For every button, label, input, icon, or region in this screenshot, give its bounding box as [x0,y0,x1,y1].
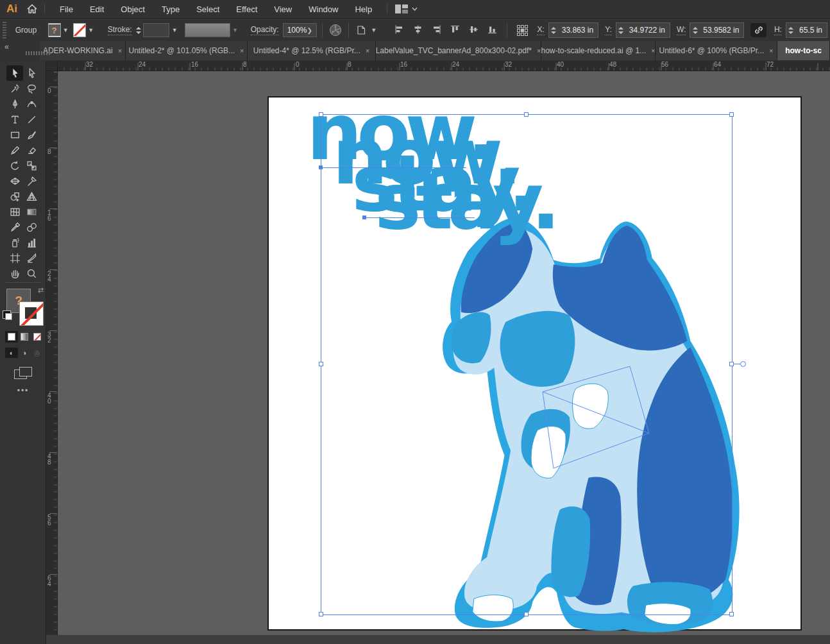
stroke-weight-label[interactable]: Stroke: [108,25,132,35]
stroke-dropdown-chevron-icon[interactable]: ▼ [87,23,94,37]
y-field[interactable]: 34.9722 in [616,22,670,38]
baseline-anchor[interactable] [319,165,323,169]
perspective-grid-tool-icon[interactable] [23,189,40,204]
h-field[interactable]: 65.5 in [786,22,827,38]
tab-close-icon[interactable]: × [118,47,122,55]
draw-normal-icon[interactable]: ◐ [5,348,18,358]
select-similar-chevron-icon[interactable]: ▼ [370,23,377,37]
selection-tool-icon[interactable] [6,65,23,81]
stroke-color-swatch[interactable] [73,23,86,37]
document-tab[interactable]: Untitled-2* @ 101.05% (RGB...× [126,41,248,60]
curvature-tool-icon[interactable] [23,96,40,112]
h-stepper[interactable] [788,24,795,37]
document-tab[interactable]: ADER-WORKING.ai× [40,41,126,60]
opacity-label[interactable]: Opacity: [251,25,279,35]
align-middle-icon[interactable] [464,25,483,36]
horizontal-ruler[interactable]: 3224168081624324048566472 [58,60,830,71]
reference-point-icon[interactable] [517,25,528,36]
vertical-ruler[interactable]: 081624324048566472 [46,71,58,644]
panel-grip[interactable] [3,22,6,38]
zoom-tool-icon[interactable] [23,266,40,281]
slice-tool-icon[interactable] [23,250,40,266]
default-fill-stroke-icon[interactable] [3,310,11,319]
stroke-weight-stepper[interactable] [136,24,142,37]
gradient-tool-icon[interactable] [23,204,40,219]
selection-bounding-box[interactable] [321,114,733,615]
menu-object[interactable]: Object [112,4,153,14]
paintbrush-tool-icon[interactable] [23,127,40,142]
tab-close-icon[interactable]: × [366,47,369,55]
free-transform-tool-icon[interactable] [23,173,40,189]
canvas[interactable]: now. now. stay. stay. [58,71,830,635]
opacity-field[interactable]: 100% ❯ [283,23,317,37]
stroke-weight-field[interactable] [143,23,170,37]
x-field[interactable]: 33.863 in [548,22,598,38]
eyedropper-tool-icon[interactable] [6,219,23,235]
document-tab[interactable]: LabelValue_TVC_bannerAd_800x300-02.pdf*× [376,41,541,60]
lasso-tool-icon[interactable] [23,81,40,96]
align-top-icon[interactable] [446,25,464,36]
menu-select[interactable]: Select [188,4,228,14]
fill-color-swatch[interactable]: ? [48,23,61,37]
align-center-icon[interactable] [409,25,427,36]
profile-chevron-icon[interactable]: ▼ [232,23,239,37]
direct-selection-tool-icon[interactable] [23,65,40,81]
tab-close-icon[interactable]: × [769,47,773,55]
eraser-tool-icon[interactable] [23,142,40,158]
menu-edit[interactable]: Edit [81,4,112,14]
document-tab[interactable]: Untitled-4* @ 12.5% (RGB/Pr...× [248,41,376,60]
blend-tool-icon[interactable] [23,219,40,235]
hand-tool-icon[interactable] [6,266,23,281]
shape-builder-tool-icon[interactable] [6,189,23,204]
variable-width-profile-dropdown[interactable] [185,23,230,37]
menu-effect[interactable]: Effect [228,4,266,14]
selection-handle-se[interactable] [729,612,734,616]
selection-handle-s[interactable] [524,612,529,616]
artboard-tool-icon[interactable] [6,250,23,266]
align-right-icon[interactable] [427,25,446,36]
draw-behind-icon[interactable]: ◑ [18,348,31,358]
swap-fill-stroke-icon[interactable]: ⇄ [38,286,44,294]
mesh-tool-icon[interactable] [6,204,23,219]
selection-handle-nw[interactable] [319,112,323,117]
selection-handle-n[interactable] [524,112,529,117]
align-bottom-icon[interactable] [483,25,502,36]
home-icon[interactable] [26,3,38,15]
menu-help[interactable]: Help [346,4,380,14]
pencil-tool-icon[interactable] [6,142,23,158]
menu-type[interactable]: Type [153,4,188,14]
document-tab[interactable]: how-to-sc [777,41,830,60]
magic-wand-tool-icon[interactable] [6,81,23,96]
gradient-button[interactable] [18,331,31,343]
workspace-switcher-icon[interactable] [395,4,418,13]
align-left-icon[interactable] [390,25,409,36]
line-segment-tool-icon[interactable] [23,112,40,127]
selection-rotate-handle[interactable] [740,361,746,367]
select-similar-icon[interactable] [355,22,368,38]
column-graph-tool-icon[interactable] [23,235,40,250]
scale-tool-icon[interactable] [23,158,40,173]
baseline-anchor[interactable] [362,216,366,219]
opacity-expand-icon[interactable]: ❯ [307,27,312,34]
stroke-weight-chevron-icon[interactable]: ▼ [171,23,178,37]
w-field[interactable]: 53.9582 in [690,22,744,38]
edit-toolbar-ellipsis[interactable]: ••• [0,386,46,395]
w-stepper[interactable] [691,24,699,37]
selection-handle-ne[interactable] [729,112,734,117]
type-tool-icon[interactable] [6,112,23,127]
ruler-corner[interactable] [46,60,58,71]
y-stepper[interactable] [618,24,625,37]
collapse-panel-icon[interactable]: « [4,42,9,51]
stroke-indicator-none[interactable] [19,301,44,326]
rotate-tool-icon[interactable] [6,158,23,173]
constrain-proportions-link-icon[interactable] [750,23,766,37]
pen-tool-icon[interactable] [6,96,23,112]
selection-handle-w[interactable] [319,362,323,366]
tab-close-icon[interactable]: × [240,47,244,55]
change-screen-mode-icon[interactable] [14,367,32,380]
selection-handle-e[interactable] [729,362,734,366]
menu-file[interactable]: File [51,4,81,14]
menu-window[interactable]: Window [300,4,346,14]
dock-grip[interactable] [26,51,50,55]
tab-close-icon[interactable]: × [651,47,655,55]
